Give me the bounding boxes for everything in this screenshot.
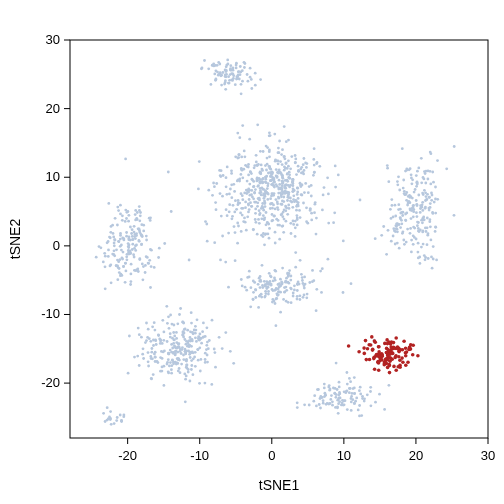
point <box>333 392 336 395</box>
point <box>426 234 429 237</box>
point <box>258 209 261 212</box>
point <box>257 218 260 221</box>
point <box>191 338 194 341</box>
point <box>308 281 311 284</box>
point <box>310 212 313 215</box>
point <box>173 345 176 348</box>
point <box>406 204 409 207</box>
point <box>189 380 192 383</box>
point <box>394 368 398 372</box>
point <box>144 271 147 274</box>
point <box>424 207 427 210</box>
point <box>370 335 374 339</box>
point <box>373 339 377 343</box>
point <box>221 235 224 238</box>
point <box>420 246 423 249</box>
point <box>170 372 173 375</box>
point <box>380 234 383 237</box>
point <box>127 242 130 245</box>
point <box>238 202 241 205</box>
point <box>326 176 329 179</box>
point <box>138 230 141 233</box>
point <box>396 228 399 231</box>
point <box>266 198 269 201</box>
point <box>277 208 280 211</box>
point <box>292 178 295 181</box>
point <box>254 84 257 87</box>
point <box>267 293 270 296</box>
point <box>277 192 280 195</box>
point <box>376 360 380 364</box>
point <box>290 275 293 278</box>
point <box>296 218 299 221</box>
point <box>319 395 322 398</box>
point <box>145 239 148 242</box>
point <box>199 333 202 336</box>
point <box>226 214 229 217</box>
point <box>428 209 431 212</box>
point <box>159 339 162 342</box>
point <box>224 261 227 264</box>
point <box>138 219 141 222</box>
point <box>263 243 266 246</box>
point <box>256 180 259 183</box>
point <box>129 251 132 254</box>
point <box>177 345 180 348</box>
point <box>299 298 302 301</box>
point <box>168 327 171 330</box>
point <box>162 351 165 354</box>
point <box>192 373 195 376</box>
point <box>138 257 141 260</box>
point <box>271 176 274 179</box>
point <box>405 241 408 244</box>
point <box>279 285 282 288</box>
point <box>149 340 152 343</box>
point <box>206 240 209 243</box>
point <box>185 358 188 361</box>
point <box>186 345 189 348</box>
point <box>350 282 353 285</box>
y-axis: -20-100102030 <box>41 32 70 390</box>
point <box>385 253 388 256</box>
point <box>429 183 432 186</box>
point <box>402 239 405 242</box>
point <box>266 184 269 187</box>
point <box>274 208 277 211</box>
point <box>147 360 150 363</box>
point <box>243 66 246 69</box>
point <box>217 74 220 77</box>
point <box>161 357 164 360</box>
point <box>321 209 324 212</box>
point <box>432 245 435 248</box>
point <box>284 209 287 212</box>
point <box>197 348 200 351</box>
point <box>198 339 201 342</box>
point <box>179 371 182 374</box>
point <box>296 298 299 301</box>
y-tick-label: 20 <box>46 101 60 116</box>
point <box>396 230 399 233</box>
point <box>184 378 187 381</box>
point <box>196 318 199 321</box>
point <box>124 262 127 265</box>
point <box>141 263 144 266</box>
point <box>167 352 170 355</box>
point <box>237 225 240 228</box>
point <box>296 295 299 298</box>
point <box>269 134 272 137</box>
point <box>453 214 456 217</box>
point <box>279 278 282 281</box>
point <box>268 237 271 240</box>
point <box>247 204 250 207</box>
point <box>163 365 166 368</box>
point <box>245 229 248 232</box>
x-tick-label: -10 <box>190 448 209 463</box>
point <box>268 155 271 158</box>
point <box>240 156 243 159</box>
point <box>275 183 278 186</box>
point <box>236 77 239 80</box>
point <box>266 282 269 285</box>
point <box>211 194 214 197</box>
point <box>405 199 408 202</box>
point <box>128 335 131 338</box>
